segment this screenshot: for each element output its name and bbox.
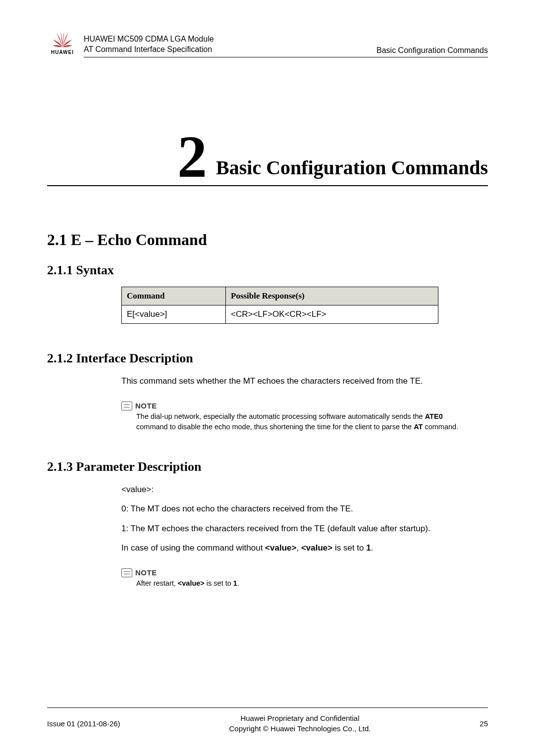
note2-bold-value: <value> bbox=[178, 579, 205, 587]
param-line-case: In case of using the command without <va… bbox=[121, 542, 488, 554]
case-bold-one: 1 bbox=[366, 543, 371, 553]
note-label: NOTE bbox=[135, 402, 157, 410]
chapter-line: 2 Basic Configuration Commands bbox=[47, 132, 488, 186]
footer-page-number: 25 bbox=[480, 719, 488, 728]
case-bold-value1: <value> bbox=[265, 543, 296, 553]
note-label-2: NOTE bbox=[135, 568, 157, 577]
page-footer: Issue 01 (2011-08-26) Huawei Proprietary… bbox=[47, 707, 488, 734]
case-post: . bbox=[371, 543, 374, 553]
note2-pre: After restart, bbox=[136, 579, 178, 587]
header-doc-titles: HUAWEI MC509 CDMA LGA Module AT Command … bbox=[84, 34, 371, 55]
param-value-label: <value>: bbox=[121, 483, 488, 496]
syntax-table: Command Possible Response(s) E[<value>] … bbox=[121, 287, 438, 324]
case-mid: , bbox=[296, 543, 301, 553]
header-doc-line2: AT Command Interface Specification bbox=[84, 44, 371, 55]
note-bold-at: AT bbox=[414, 423, 423, 431]
note-icon bbox=[121, 568, 132, 577]
note-head: NOTE bbox=[121, 402, 488, 410]
table-header-response: Possible Response(s) bbox=[226, 287, 438, 305]
page-header: HUAWEI HUAWEI MC509 CDMA LGA Module AT C… bbox=[47, 30, 488, 55]
table-cell-response: <CR><LF>OK<CR><LF> bbox=[226, 305, 438, 324]
param-line-0: 0: The MT does not echo the characters r… bbox=[121, 503, 488, 515]
chapter-title: Basic Configuration Commands bbox=[216, 156, 488, 182]
note-text-2: After restart, <value> is set to 1. bbox=[136, 578, 463, 589]
section-2-1-2-heading: 2.1.2 Interface Description bbox=[47, 351, 488, 366]
case-mid2: is set to bbox=[332, 543, 366, 553]
header-section-label: Basic Configuration Commands bbox=[376, 46, 488, 55]
case-bold-value2: <value> bbox=[301, 543, 332, 553]
footer-issue: Issue 01 (2011-08-26) bbox=[47, 719, 120, 728]
page: HUAWEI HUAWEI MC509 CDMA LGA Module AT C… bbox=[0, 0, 535, 756]
footer-center-line2: Copyright © Huawei Technologies Co., Ltd… bbox=[120, 723, 480, 734]
note-icon bbox=[121, 402, 132, 410]
huawei-logo-icon bbox=[52, 30, 73, 49]
note-bold-ate0: ATE0 bbox=[425, 412, 443, 420]
note-text-post: command. bbox=[423, 423, 458, 431]
section-2-1-2-para: This command sets whether the MT echoes … bbox=[121, 375, 488, 388]
section-2-1-3-heading: 2.1.3 Parameter Description bbox=[47, 459, 488, 474]
param-line-1: 1: The MT echoes the characters received… bbox=[121, 522, 488, 535]
note2-bold-one: 1 bbox=[233, 579, 237, 587]
note-text-1: The dial-up network, especially the auto… bbox=[136, 411, 463, 432]
note-text-mid: command to disable the echo mode, thus s… bbox=[136, 423, 414, 431]
brand-logo-block: HUAWEI bbox=[47, 30, 78, 55]
note-head-2: NOTE bbox=[121, 568, 488, 577]
table-header-command: Command bbox=[122, 287, 226, 305]
note2-post: . bbox=[237, 579, 239, 587]
note-text-pre: The dial-up network, especially the auto… bbox=[136, 412, 425, 420]
table-cell-command: E[<value>] bbox=[122, 305, 226, 324]
chapter-number: 2 bbox=[177, 132, 207, 182]
footer-center: Huawei Proprietary and Confidential Copy… bbox=[120, 713, 480, 734]
brand-name: HUAWEI bbox=[51, 50, 74, 55]
table-row: E[<value>] <CR><LF>OK<CR><LF> bbox=[122, 305, 438, 324]
header-doc-line1: HUAWEI MC509 CDMA LGA Module bbox=[84, 34, 371, 45]
table-header-row: Command Possible Response(s) bbox=[122, 287, 438, 305]
case-pre: In case of using the command without bbox=[121, 543, 265, 553]
note-block-1: NOTE The dial-up network, especially the… bbox=[121, 402, 488, 432]
section-2-1-1-heading: 2.1.1 Syntax bbox=[47, 263, 488, 278]
note2-mid: is set to bbox=[205, 579, 233, 587]
chapter-heading: 2 Basic Configuration Commands bbox=[47, 132, 488, 186]
header-rule bbox=[84, 57, 488, 57]
note-block-2: NOTE After restart, <value> is set to 1. bbox=[121, 568, 488, 589]
section-2-1-heading: 2.1 E – Echo Command bbox=[47, 231, 488, 249]
footer-center-line1: Huawei Proprietary and Confidential bbox=[120, 713, 480, 723]
